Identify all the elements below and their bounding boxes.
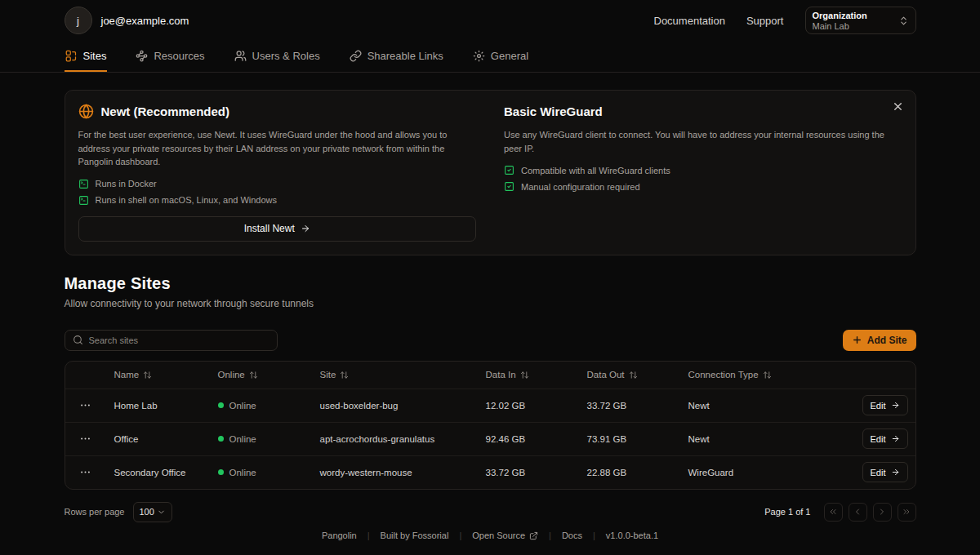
pagination-bar: Rows per page 100 Page 1 of 1 — [65, 502, 916, 522]
feature-item: Manual configuration required — [504, 181, 902, 192]
first-page-button[interactable] — [824, 503, 843, 522]
footer-separator: | — [549, 531, 551, 540]
rows-per-page-select[interactable]: 100 — [133, 502, 172, 522]
page-controls: Page 1 of 1 — [764, 503, 915, 522]
chevron-down-icon — [157, 508, 166, 517]
tab-sites[interactable]: Sites — [65, 41, 108, 72]
tab-users-roles[interactable]: Users & Roles — [234, 41, 321, 72]
previous-page-button[interactable] — [849, 503, 867, 522]
chevron-left-icon — [853, 507, 862, 517]
column-header-data-in[interactable]: Data In — [478, 370, 579, 380]
search-input[interactable] — [89, 335, 270, 345]
column-label: Online — [218, 370, 245, 380]
sites-table: Name Online Site Data In Data Out Connec… — [65, 361, 916, 490]
tab-label: Resources — [154, 50, 204, 62]
sort-icon — [520, 371, 529, 380]
data-in-value: 12.02 GB — [478, 401, 579, 411]
built-by-link[interactable]: Built by Fossorial — [381, 531, 449, 540]
data-in-value: 33.72 GB — [478, 468, 579, 477]
edit-button[interactable]: Edit — [862, 395, 908, 415]
organization-value: Main Lab — [813, 21, 867, 31]
newt-features: Runs in Docker Runs in shell on macOS, L… — [78, 179, 477, 206]
waypoints-icon — [136, 50, 148, 62]
edit-label: Edit — [871, 468, 886, 477]
row-actions-button[interactable] — [76, 396, 95, 415]
search-icon — [73, 335, 83, 345]
check-square-icon — [504, 165, 514, 175]
terminal-icon — [78, 195, 89, 206]
top-bar: j joe@example.com Documentation Support … — [65, 0, 916, 41]
avatar[interactable]: j — [65, 7, 92, 34]
data-in-value: 92.46 GB — [478, 434, 579, 444]
last-page-button[interactable] — [898, 503, 916, 522]
column-header-name[interactable]: Name — [106, 370, 210, 380]
data-out-value: 33.72 GB — [579, 401, 680, 411]
rows-per-page: Rows per page 100 — [65, 502, 172, 522]
feature-label: Runs in shell on macOS, Linux, and Windo… — [96, 195, 278, 205]
add-site-button[interactable]: Add Site — [843, 330, 916, 351]
sort-icon — [249, 371, 258, 380]
setup-methods-card: Newt (Recommended) For the best user exp… — [65, 90, 916, 255]
feature-label: Compatible with all WireGuard clients — [521, 166, 670, 175]
row-actions-button[interactable] — [76, 463, 95, 482]
arrow-right-icon — [891, 468, 900, 477]
column-label: Name — [114, 370, 140, 380]
online-dot — [218, 469, 224, 475]
add-site-label: Add Site — [867, 335, 907, 346]
column-label: Data In — [486, 370, 516, 380]
install-newt-button[interactable]: Install Newt — [78, 216, 477, 242]
chevrons-right-icon — [902, 507, 911, 517]
tab-general[interactable]: General — [472, 41, 529, 72]
rows-per-page-value: 100 — [140, 507, 154, 517]
docs-link[interactable]: Docs — [562, 531, 582, 540]
site-name: Secondary Office — [106, 468, 210, 477]
page-title: Manage Sites — [65, 274, 916, 293]
wireguard-description: Use any WireGuard client to connect. You… — [504, 128, 896, 155]
open-source-link[interactable]: Open Source — [472, 531, 538, 540]
online-dot — [218, 436, 224, 442]
organization-texts: Organization Main Lab — [813, 11, 867, 31]
wireguard-features: Compatible with all WireGuard clients Ma… — [504, 165, 902, 192]
tab-label: Users & Roles — [252, 50, 320, 62]
sort-icon — [143, 371, 152, 380]
sort-icon — [340, 371, 349, 380]
column-header-site[interactable]: Site — [312, 370, 478, 380]
users-icon — [234, 50, 247, 62]
column-header-data-out[interactable]: Data Out — [579, 370, 680, 380]
edit-button[interactable]: Edit — [862, 462, 908, 482]
footer-separator: | — [368, 531, 370, 540]
footer-brand: Pangolin — [322, 531, 357, 540]
globe-icon — [78, 104, 94, 119]
column-header-online[interactable]: Online — [210, 370, 312, 380]
column-header-connection-type[interactable]: Connection Type — [680, 370, 821, 380]
plus-icon — [852, 335, 862, 345]
arrow-right-icon — [891, 434, 900, 443]
next-page-button[interactable] — [873, 503, 892, 522]
tab-shareable-links[interactable]: Shareable Links — [349, 41, 444, 72]
close-icon[interactable] — [892, 100, 904, 113]
organization-label: Organization — [813, 11, 867, 20]
open-source-label: Open Source — [472, 531, 525, 540]
support-link[interactable]: Support — [746, 15, 784, 27]
ellipsis-icon — [79, 466, 91, 478]
feature-item: Runs in Docker — [78, 179, 477, 189]
user-email: joe@example.com — [101, 15, 189, 27]
row-actions-button[interactable] — [76, 429, 95, 448]
row-menu-cell — [65, 396, 106, 415]
gear-icon — [473, 50, 485, 62]
edit-label: Edit — [871, 434, 886, 444]
chevrons-up-down-icon — [898, 16, 909, 26]
documentation-link[interactable]: Documentation — [654, 15, 725, 27]
organization-selector[interactable]: Organization Main Lab — [805, 7, 916, 34]
page-footer: Pangolin | Built by Fossorial | Open Sou… — [0, 531, 980, 540]
online-label: Online — [229, 468, 256, 477]
sites-toolbar: Add Site — [65, 330, 916, 351]
arrow-right-icon — [301, 224, 310, 233]
edit-button[interactable]: Edit — [862, 428, 908, 449]
feature-label: Runs in Docker — [96, 179, 157, 189]
tab-resources[interactable]: Resources — [135, 41, 205, 72]
page-status: Page 1 of 1 — [764, 507, 810, 517]
page-container: j joe@example.com Documentation Support … — [65, 0, 916, 41]
site-id: used-boxelder-bug — [312, 401, 478, 411]
edit-cell: Edit — [821, 462, 915, 482]
